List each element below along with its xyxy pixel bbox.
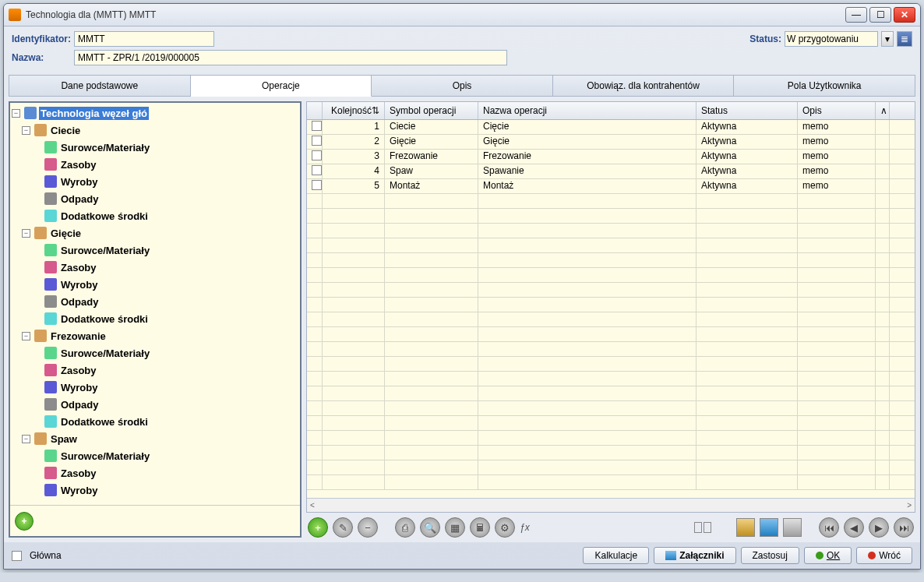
status-list-button[interactable]: ≣ — [897, 31, 912, 47]
tree-child-label[interactable]: Wyroby — [59, 381, 99, 394]
wroc-button[interactable]: Wróć — [856, 547, 912, 564]
tree-child-node[interactable]: Wyroby — [12, 379, 298, 396]
toolbar-doc1-icon[interactable] — [736, 518, 755, 537]
expand-icon[interactable]: − — [22, 229, 30, 238]
tree-child-node[interactable]: Dodatkowe środki — [12, 413, 298, 430]
tree-child-node[interactable]: Surowce/Materiały — [12, 139, 298, 156]
tree-operation-label[interactable]: Spaw — [49, 432, 79, 446]
ok-button[interactable]: OK — [804, 547, 852, 564]
toolbar-nav-prev-icon[interactable]: ◀ — [844, 517, 864, 538]
tree-child-label[interactable]: Wyroby — [59, 175, 99, 189]
grid-horizontal-scroll[interactable]: <> — [307, 498, 915, 512]
toolbar-panes-icon[interactable] — [694, 522, 711, 533]
tree-child-label[interactable]: Odpady — [59, 295, 100, 309]
tree-scroll[interactable]: −Technologia węzeł głó−CiecieSurowce/Mat… — [10, 103, 300, 505]
identyfikator-input[interactable] — [74, 31, 214, 47]
titlebar[interactable]: Technologia dla (MMTT) MMTT — ☐ ✕ — [4, 4, 920, 26]
tree-child-node[interactable]: Zasoby — [12, 362, 298, 379]
tree-child-label[interactable]: Zasoby — [59, 364, 98, 377]
tree-child-label[interactable]: Wyroby — [59, 278, 99, 291]
grid-scroll-up[interactable]: ∧ — [876, 102, 890, 119]
grid-row[interactable]: 1CiecieCięcieAktywnamemo — [307, 120, 915, 135]
tree-child-node[interactable]: Zasoby — [12, 156, 298, 173]
col-opis[interactable]: Opis — [798, 102, 876, 119]
col-status[interactable]: Status — [697, 102, 798, 119]
zastosuj-button[interactable]: Zastosuj — [741, 547, 799, 564]
tree-child-label[interactable]: Dodatkowe środki — [59, 312, 150, 326]
expand-icon[interactable]: − — [22, 435, 30, 443]
expand-icon[interactable]: − — [22, 126, 30, 135]
toolbar-doc2-icon[interactable] — [760, 518, 778, 537]
tree-child-node[interactable]: Surowce/Materiały — [12, 242, 298, 259]
tree-child-node[interactable]: Surowce/Materiały — [12, 344, 298, 362]
tab-pola-uzytkownika[interactable]: Pola Użytkownika — [734, 75, 915, 97]
grid-row[interactable]: 2GięcieGięcieAktywnamemo — [307, 135, 915, 150]
tree-child-label[interactable]: Dodatkowe środki — [59, 415, 150, 429]
tree-root-label[interactable]: Technologia węzeł głó — [39, 107, 149, 120]
grid-row[interactable]: 4SpawSpawanieAktywnamemo — [307, 164, 915, 179]
tree-child-label[interactable]: Dodatkowe środki — [59, 210, 150, 223]
toolbar-nav-last-icon[interactable]: ⏭ — [894, 517, 914, 538]
tree-child-node[interactable]: Wyroby — [12, 481, 298, 499]
tab-dane-podstawowe[interactable]: Dane podstawowe — [9, 75, 191, 97]
tree-child-node[interactable]: Surowce/Materiały — [12, 447, 298, 464]
tree-child-label[interactable]: Surowce/Materiały — [59, 141, 151, 154]
toolbar-fx-label[interactable]: ƒx — [520, 522, 530, 533]
tree-child-label[interactable]: Zasoby — [59, 467, 98, 480]
row-checkbox[interactable] — [312, 150, 322, 160]
col-nazwa[interactable]: Nazwa operacji — [478, 102, 697, 119]
tree-child-node[interactable]: Odpady — [12, 190, 298, 207]
tab-opis[interactable]: Opis — [372, 75, 553, 97]
tree-child-node[interactable]: Odpady — [12, 293, 298, 310]
status-select[interactable] — [785, 31, 878, 47]
tree-child-label[interactable]: Surowce/Materiały — [59, 244, 151, 257]
maximize-button[interactable]: ☐ — [869, 7, 891, 23]
minimize-button[interactable]: — — [845, 7, 867, 23]
kalkulacje-button[interactable]: Kalkulacje — [583, 547, 649, 564]
toolbar-calc-icon[interactable]: 🖩 — [470, 517, 490, 538]
nazwa-input[interactable] — [74, 50, 507, 65]
toolbar-edit-button[interactable]: ✎ — [333, 517, 353, 538]
tree-child-label[interactable]: Zasoby — [59, 261, 98, 274]
tree-child-node[interactable]: Zasoby — [12, 259, 298, 276]
expand-icon[interactable]: − — [12, 109, 20, 118]
expand-icon[interactable]: − — [22, 332, 30, 340]
grid-row[interactable]: 5MontażMontażAktywnamemo — [307, 179, 915, 194]
tab-operacje[interactable]: Operacje — [191, 75, 372, 97]
toolbar-print-icon[interactable]: ⎙ — [395, 517, 415, 538]
tree-child-label[interactable]: Surowce/Materiały — [59, 450, 151, 463]
zalaczniki-button[interactable]: Załączniki — [654, 547, 735, 564]
row-checkbox[interactable] — [312, 165, 322, 175]
tree-child-label[interactable]: Wyroby — [59, 484, 99, 497]
tree-child-node[interactable]: Wyroby — [12, 173, 298, 190]
toolbar-grid-icon[interactable]: ▦ — [445, 517, 465, 538]
toolbar-add-button[interactable]: + — [308, 517, 328, 538]
close-button[interactable]: ✕ — [894, 7, 915, 23]
tree-root-node[interactable]: −Technologia węzeł głó — [12, 104, 298, 122]
col-symbol[interactable]: Symbol operacji — [385, 102, 478, 119]
tree-child-node[interactable]: Dodatkowe środki — [12, 310, 298, 327]
col-kolejnosc[interactable]: Kolejność⇅ — [323, 102, 385, 119]
tree-child-label[interactable]: Surowce/Materiały — [59, 347, 151, 360]
tree-child-node[interactable]: Dodatkowe środki — [12, 207, 298, 224]
toolbar-nav-first-icon[interactable]: ⏮ — [819, 517, 839, 538]
toolbar-search-icon[interactable]: 🔍 — [420, 517, 440, 538]
toolbar-gear-icon[interactable]: ⚙ — [495, 517, 515, 538]
tree-child-label[interactable]: Odpady — [59, 192, 100, 206]
row-checkbox[interactable] — [312, 121, 322, 131]
row-checkbox[interactable] — [312, 136, 322, 146]
tree-operation-node[interactable]: −Ciecie — [12, 122, 298, 139]
toolbar-delete-button[interactable]: − — [358, 517, 378, 538]
tree-child-node[interactable]: Wyroby — [12, 276, 298, 293]
status-dropdown-icon[interactable]: ▾ — [881, 31, 894, 47]
tree-add-button[interactable]: + — [15, 512, 34, 531]
tree-child-node[interactable]: Odpady — [12, 396, 298, 413]
tree-child-node[interactable]: Zasoby — [12, 464, 298, 481]
toolbar-save-icon[interactable] — [783, 518, 802, 537]
tree-operation-node[interactable]: −Spaw — [12, 430, 298, 447]
tab-obowiaz-kontrahentow[interactable]: Obowiąz. dla kontrahentów — [553, 75, 735, 97]
tree-operation-label[interactable]: Gięcie — [49, 227, 83, 240]
toolbar-nav-next-icon[interactable]: ▶ — [869, 517, 889, 538]
tree-operation-label[interactable]: Ciecie — [49, 124, 82, 137]
tree-operation-label[interactable]: Frezowanie — [49, 330, 108, 343]
